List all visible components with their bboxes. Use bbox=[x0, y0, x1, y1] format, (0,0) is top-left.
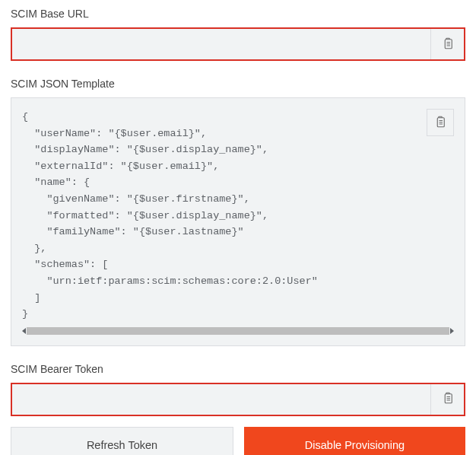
scim-base-url-label: SCIM Base URL bbox=[11, 8, 465, 20]
scim-json-template-code[interactable]: { "userName": "{$user.email}", "displayN… bbox=[22, 109, 454, 323]
scim-base-url-box bbox=[11, 27, 465, 61]
clipboard-icon bbox=[433, 115, 447, 131]
scim-bearer-token-group: SCIM Bearer Token bbox=[11, 363, 465, 416]
clipboard-icon bbox=[441, 37, 455, 52]
copy-scim-bearer-token-button[interactable] bbox=[430, 384, 464, 415]
scim-bearer-token-value bbox=[12, 384, 430, 415]
scim-bearer-token-label: SCIM Bearer Token bbox=[11, 363, 465, 375]
clipboard-icon bbox=[441, 391, 455, 407]
scim-json-template-group: SCIM JSON Template { "userName": "{$user… bbox=[11, 78, 465, 346]
scim-json-template-box: { "userName": "{$user.email}", "displayN… bbox=[11, 97, 465, 346]
scim-bearer-token-box bbox=[11, 383, 465, 416]
copy-scim-base-url-button[interactable] bbox=[430, 29, 464, 59]
disable-provisioning-button[interactable]: Disable Provisioning bbox=[244, 427, 465, 455]
copy-scim-json-template-button[interactable] bbox=[427, 109, 454, 136]
scim-json-template-label: SCIM JSON Template bbox=[11, 78, 465, 90]
scim-base-url-value bbox=[12, 29, 430, 59]
action-buttons: Refresh Token Disable Provisioning bbox=[11, 427, 465, 455]
scim-base-url-group: SCIM Base URL bbox=[11, 8, 465, 61]
horizontal-scrollbar[interactable] bbox=[22, 327, 454, 335]
refresh-token-button[interactable]: Refresh Token bbox=[11, 427, 233, 455]
